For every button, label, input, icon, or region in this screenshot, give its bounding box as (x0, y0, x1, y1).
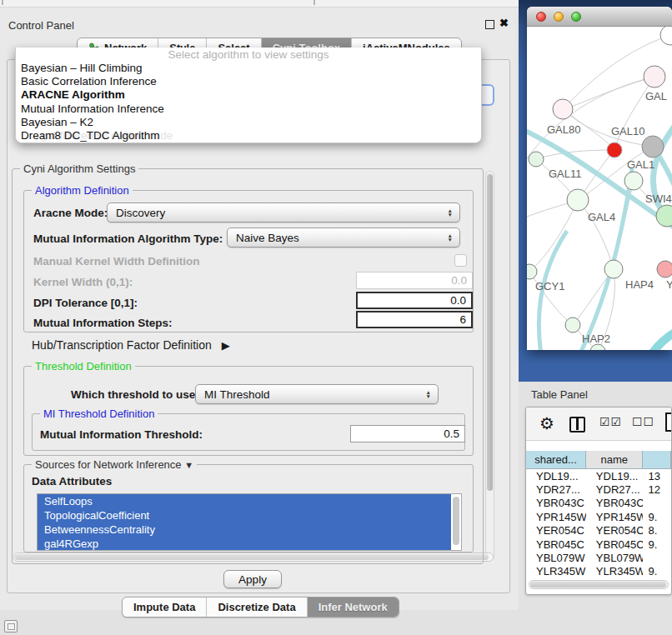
list-item-betweennesscentrality[interactable]: BetweennessCentrality (38, 522, 451, 537)
select-all-checkboxes-icon[interactable]: ☑☑ (599, 415, 622, 428)
cell-name: YDR27... (586, 483, 644, 496)
node-hap4[interactable] (604, 260, 623, 278)
stepper-icon: ▲▼ (426, 390, 431, 399)
network-window-titlebar[interactable] (527, 7, 672, 27)
hub-definition-label: Hub/Transcription Factor Definition (32, 338, 212, 352)
chevron-down-icon: ▼ (184, 460, 193, 470)
mi-threshold-input[interactable] (350, 425, 465, 442)
mi-threshold-definition-title: MI Threshold Definition (40, 408, 158, 420)
list-item-topologicalcoefficient[interactable]: TopologicalCoefficient (38, 508, 451, 522)
panel-grid-icon[interactable] (4, 620, 18, 632)
table-horizontal-scrollbar-thumb[interactable] (530, 582, 666, 588)
minimize-traffic-light[interactable] (554, 12, 564, 22)
zoom-traffic-light[interactable] (571, 12, 581, 22)
column-header-name[interactable]: name (586, 451, 644, 468)
table-row[interactable]: YPR145W YPR145W 9. (526, 510, 671, 523)
menu-item-mutual-information[interactable]: Mutual Information Inference (16, 102, 481, 116)
algorithm-definition-title: Algorithm Definition (32, 184, 133, 197)
close-traffic-light[interactable] (536, 12, 546, 22)
tab-discretize-data[interactable]: Discretize Data (207, 598, 307, 617)
mi-steps-input[interactable] (356, 311, 473, 328)
cell-shared: YDL19... (526, 470, 586, 482)
which-threshold-select[interactable]: MI Threshold ▲▼ (195, 384, 439, 404)
aracne-mode-select[interactable]: Discovery ▲▼ (107, 202, 460, 222)
kernel-width-input[interactable] (356, 272, 473, 289)
close-icon[interactable]: ✖ (499, 17, 509, 29)
float-window-icon[interactable] (485, 20, 494, 29)
node-gal11[interactable] (529, 152, 544, 167)
attributes-scrollbar-thumb[interactable] (453, 497, 459, 545)
cell-value: 13 (643, 470, 671, 482)
tab-discretize-data-label: Discretize Data (218, 601, 295, 613)
node-label: HAP2 (582, 332, 610, 345)
cell-name: YBL079W (586, 552, 644, 564)
cell-value: 9. (643, 511, 671, 523)
table-row[interactable]: YBL079W YBL079W (526, 551, 671, 564)
node-pink[interactable] (657, 261, 672, 278)
table-panel-title: Table Panel (531, 388, 588, 401)
node-label: Y (666, 278, 672, 291)
node-gal80[interactable] (553, 99, 573, 119)
table-row[interactable]: YLR345W YLR345W 9. (526, 565, 671, 578)
cell-shared: YPR145W (526, 511, 586, 523)
node-gal4[interactable] (567, 189, 589, 211)
table-toolbar: ⚙ ☑☑ ☐☐ (526, 408, 671, 441)
table-row[interactable]: YER054C YER054C 8. (526, 524, 671, 538)
tab-impute-data[interactable]: Impute Data (123, 598, 207, 617)
screen: { "window": { "title": "Control Panel" }… (0, 0, 672, 635)
dpi-tolerance-label: DPI Tolerance [0,1]: (33, 297, 138, 309)
mi-algorithm-type-select[interactable]: Naive Bayes ▲▼ (227, 228, 460, 248)
menu-item-bayesian-k2[interactable]: Bayesian – K2 (16, 116, 481, 129)
which-threshold-label: Which threshold to use: (71, 388, 199, 401)
cell-value: 12 (643, 483, 671, 496)
export-table-icon[interactable] (665, 412, 672, 432)
node-label: GAL4 (588, 211, 615, 223)
node-red-selected[interactable] (607, 142, 622, 158)
table-row[interactable]: YDR27... YDR27... 12 (526, 482, 671, 496)
network-canvas[interactable]: GAL GAL80 GAL10 GAL1 GAL11 SWI4 GAL4 GCY… (527, 27, 672, 350)
sources-title-label: Sources for Network Inference (35, 458, 182, 471)
menu-item-basic-correlation[interactable]: Basic Correlation Inference (16, 75, 481, 88)
sources-title[interactable]: Sources for Network Inference ▼ (32, 458, 197, 471)
background-combo-ghost-text: gal-filtered sif default node (41, 129, 173, 142)
node-label: GAL80 (547, 123, 580, 136)
aracne-mode-label: Aracne Mode: (33, 207, 108, 219)
node-gal2[interactable] (644, 66, 665, 88)
deselect-all-checkboxes-icon[interactable]: ☐☐ (632, 415, 654, 428)
settings-vertical-scrollbar-thumb[interactable] (487, 174, 493, 491)
table-horizontal-scrollbar[interactable] (529, 580, 669, 589)
hub-definition-expander[interactable]: Hub/Transcription Factor Definition ▶ (32, 338, 230, 352)
table-row[interactable]: YDL19... YDL19... 13 (526, 469, 671, 482)
cell-shared: YLR345W (526, 565, 586, 578)
node-label: SWI4 (645, 192, 672, 205)
cell-shared: YER054C (526, 524, 586, 537)
menu-item-bayesian-hill-climbing[interactable]: Bayesian – Hill Climbing (16, 62, 481, 75)
cell-value: 8. (643, 524, 671, 537)
node-unlabeled[interactable] (660, 27, 672, 45)
gear-icon[interactable]: ⚙ (539, 413, 554, 433)
apply-button[interactable]: Apply (223, 570, 282, 588)
dpi-tolerance-input[interactable] (356, 292, 473, 309)
node-gal1[interactable] (624, 172, 643, 190)
threshold-definition-title: Threshold Definition (32, 360, 135, 372)
node-label: GAL1 (627, 158, 654, 171)
table-row[interactable]: YBR045C YBR045C 9. (526, 538, 671, 551)
node-bottom[interactable] (590, 344, 605, 350)
list-item-selfloops[interactable]: SelfLoops (38, 494, 451, 508)
which-threshold-value: MI Threshold (204, 388, 270, 401)
cell-shared: YBR043C (526, 497, 586, 509)
node-gal10[interactable] (642, 136, 664, 158)
stepper-icon: ▲▼ (448, 208, 453, 218)
settings-vertical-scrollbar[interactable] (485, 171, 494, 561)
node-hap2[interactable] (565, 318, 580, 332)
manual-kernel-width-checkbox[interactable] (454, 254, 467, 267)
column-header-clipped[interactable] (643, 451, 671, 468)
menu-item-aracne[interactable]: ARACNE Algorithm (16, 88, 481, 102)
table-row[interactable]: YBR043C YBR043C (526, 497, 671, 510)
columns-icon[interactable] (569, 417, 585, 432)
mi-threshold-label: Mutual Information Threshold: (40, 428, 203, 441)
top-divider-tick (313, 0, 315, 5)
list-item-gal4rgexp[interactable]: gal4RGexp (38, 537, 451, 551)
tab-infer-network[interactable]: Infer Network (308, 598, 399, 617)
column-header-shared[interactable]: shared... (526, 451, 586, 468)
